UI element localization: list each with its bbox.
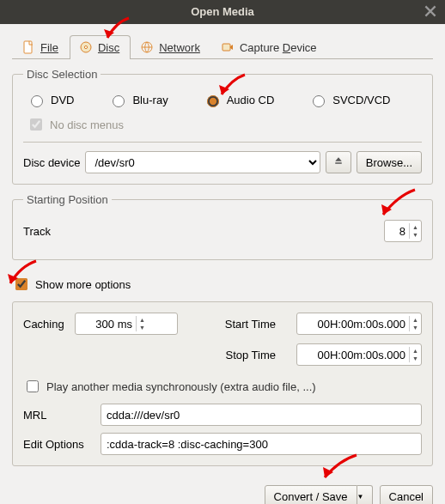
chevron-down-icon: ▼ xyxy=(357,493,364,501)
titlebar: Open Media xyxy=(0,0,445,24)
start-time-spin[interactable]: ▲▼ xyxy=(296,313,422,335)
disc-device-combo[interactable]: /dev/sr0 xyxy=(85,151,320,173)
spin-up-icon[interactable]: ▲ xyxy=(410,347,421,355)
capture-icon xyxy=(221,40,235,54)
start-time-label: Start Time xyxy=(198,318,276,331)
spin-down-icon[interactable]: ▼ xyxy=(410,324,421,331)
disc-device-row: Disc device /dev/sr0 Browse... xyxy=(23,151,422,173)
caching-input[interactable] xyxy=(76,314,136,333)
tab-capture[interactable]: Capture Device xyxy=(211,35,328,59)
tab-file[interactable]: File xyxy=(12,35,70,59)
eject-icon xyxy=(332,155,345,169)
spin-up-icon[interactable]: ▲ xyxy=(410,223,421,231)
dialog-content: File Disc Network Capture Device Disc Se… xyxy=(0,24,445,477)
separator xyxy=(23,142,422,143)
tab-disc[interactable]: Disc xyxy=(70,35,131,59)
more-options-panel: Caching ▲▼ Start Time ▲▼ Stop Time ▲▼ xyxy=(12,301,433,466)
mrl-label: MRL xyxy=(23,409,94,422)
radio-svcd[interactable]: SVCD/VCD xyxy=(308,93,390,107)
close-icon[interactable] xyxy=(423,3,438,19)
stop-time-spin[interactable]: ▲▼ xyxy=(296,343,422,366)
cancel-button[interactable]: Cancel xyxy=(380,485,433,504)
svg-rect-4 xyxy=(222,44,230,51)
disc-type-radios: DVD Blu-ray Audio CD SVCD/VCD xyxy=(27,93,422,107)
edit-options-input[interactable] xyxy=(101,433,422,455)
stop-time-label: Stop Time xyxy=(198,349,276,361)
edit-options-label: Edit Options xyxy=(23,438,94,451)
browse-button[interactable]: Browse... xyxy=(357,151,422,173)
play-another-label: Play another media synchronously (extra … xyxy=(46,380,316,393)
spin-down-icon[interactable]: ▼ xyxy=(137,324,148,331)
svg-rect-0 xyxy=(24,41,32,53)
tabs: File Disc Network Capture Device xyxy=(12,34,433,59)
show-more-options-label: Show more options xyxy=(35,278,131,291)
radio-bluray[interactable]: Blu-ray xyxy=(108,93,168,107)
svg-rect-5 xyxy=(335,162,342,164)
dialog-footer: Convert / Save ▼ Cancel xyxy=(0,477,445,504)
tab-network-label: Network xyxy=(159,41,200,54)
network-icon xyxy=(140,40,154,54)
no-disc-menus-checkbox: No disc menus xyxy=(27,116,422,133)
tab-disc-label: Disc xyxy=(98,41,119,54)
tab-capture-label: Capture Device xyxy=(240,41,317,54)
tab-file-label: File xyxy=(40,41,58,54)
play-another-checkbox[interactable]: Play another media synchronously (extra … xyxy=(23,378,422,395)
file-icon xyxy=(21,40,35,54)
track-input[interactable] xyxy=(385,222,409,240)
disc-selection-group: Disc Selection DVD Blu-ray Audio CD SVCD… xyxy=(12,68,433,185)
starting-position-legend: Starting Position xyxy=(23,193,112,206)
spin-down-icon[interactable]: ▼ xyxy=(410,231,421,239)
convert-save-button[interactable]: Convert / Save xyxy=(265,485,357,504)
spin-up-icon[interactable]: ▲ xyxy=(137,316,148,324)
start-time-input[interactable] xyxy=(297,314,409,333)
caching-spin[interactable]: ▲▼ xyxy=(75,313,178,335)
tab-network[interactable]: Network xyxy=(131,35,211,59)
radio-audio-cd[interactable]: Audio CD xyxy=(203,93,275,107)
spin-down-icon[interactable]: ▼ xyxy=(410,355,421,362)
stop-time-input[interactable] xyxy=(297,345,409,364)
spin-up-icon[interactable]: ▲ xyxy=(410,316,421,324)
radio-dvd[interactable]: DVD xyxy=(27,93,74,107)
svg-point-2 xyxy=(84,46,87,48)
caching-label: Caching xyxy=(23,318,75,331)
track-spin[interactable]: ▲▼ xyxy=(384,220,422,242)
open-media-window: Open Media File Disc Network Capture Dev… xyxy=(0,0,445,504)
window-title: Open Media xyxy=(191,5,254,18)
eject-button[interactable] xyxy=(326,151,351,173)
show-more-options-checkbox[interactable]: Show more options xyxy=(12,276,433,293)
track-label: Track xyxy=(23,225,51,238)
disc-device-label: Disc device xyxy=(23,156,80,169)
convert-save-split-button: Convert / Save ▼ xyxy=(265,485,373,504)
starting-position-group: Starting Position Track ▲▼ xyxy=(12,193,433,260)
convert-save-menu-button[interactable]: ▼ xyxy=(357,485,373,504)
disc-icon xyxy=(79,40,93,54)
mrl-input[interactable] xyxy=(101,404,422,426)
disc-selection-legend: Disc Selection xyxy=(23,68,101,81)
